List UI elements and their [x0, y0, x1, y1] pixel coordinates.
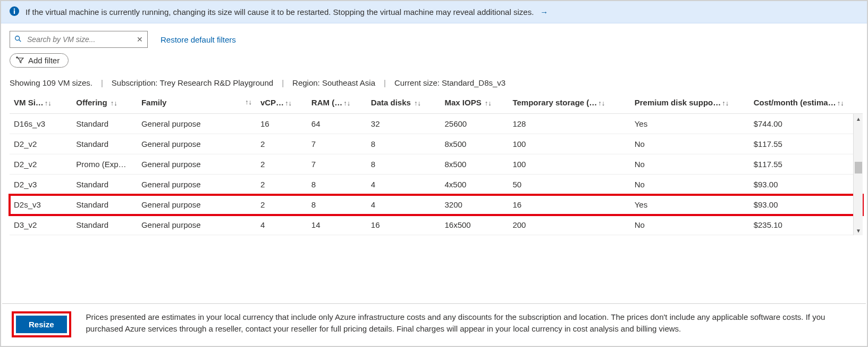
cell-vcpus: 2: [256, 134, 307, 154]
cell-vcpus: 2: [256, 195, 307, 215]
pricing-disclaimer: Prices presented are estimates in your l…: [86, 311, 855, 335]
cell-vm-size: D16s_v3: [10, 114, 72, 134]
vertical-scrollbar[interactable]: ▲ ▼: [853, 114, 863, 235]
cell-family: General purpose: [137, 215, 256, 235]
cell-vcpus: 16: [256, 114, 307, 134]
cell-ram: 7: [307, 154, 367, 175]
cell-temp-storage: 100: [508, 134, 630, 154]
add-filter-button[interactable]: Add filter: [10, 53, 69, 68]
cell-premium: Yes: [630, 195, 749, 215]
col-temp-storage[interactable]: Temporary storage (…↑↓: [508, 93, 630, 114]
search-icon: [14, 35, 22, 44]
cell-premium: No: [630, 215, 749, 235]
cell-vm-size: D3_v2: [10, 215, 72, 235]
col-vm-size[interactable]: VM Si…↑↓: [10, 93, 72, 114]
svg-point-3: [15, 36, 20, 40]
cell-family: General purpose: [137, 134, 256, 154]
cell-ram: 64: [307, 114, 367, 134]
restore-filters-link[interactable]: Restore default filters: [161, 35, 236, 44]
cell-data-disks: 8: [367, 134, 441, 154]
cell-cost: $744.00: [749, 114, 863, 134]
col-family[interactable]: Family↑↓: [137, 93, 256, 114]
cell-max-iops: 8x500: [440, 154, 508, 175]
cell-vcpus: 4: [256, 215, 307, 235]
header-row: VM Si…↑↓ Offering ↑↓ Family↑↓ vCP…↑↓ RAM…: [10, 93, 863, 114]
cell-ram: 8: [307, 175, 367, 195]
cell-data-disks: 16: [367, 215, 441, 235]
cell-cost: $235.10: [749, 215, 863, 235]
cell-ram: 8: [307, 195, 367, 215]
cell-temp-storage: 200: [508, 215, 630, 235]
svg-rect-2: [14, 9, 15, 10]
result-count: Showing 109 VM sizes.: [10, 78, 92, 87]
scroll-down-icon[interactable]: ▼: [854, 226, 863, 235]
cell-offering: Standard: [72, 195, 137, 215]
cell-cost: $117.55: [749, 154, 863, 175]
cell-max-iops: 3200: [440, 195, 508, 215]
cell-temp-storage: 50: [508, 175, 630, 195]
filter-row: Add filter: [1, 50, 867, 71]
table-row[interactable]: D2s_v3StandardGeneral purpose284320016Ye…: [10, 195, 863, 215]
cell-max-iops: 16x500: [440, 215, 508, 235]
col-data-disks[interactable]: Data disks ↑↓: [367, 93, 441, 114]
resize-button[interactable]: Resize: [16, 316, 67, 333]
cell-ram: 14: [307, 215, 367, 235]
resize-highlight: Resize: [12, 311, 71, 337]
table-row[interactable]: D2_v3StandardGeneral purpose2844x50050No…: [10, 175, 863, 195]
cell-premium: No: [630, 154, 749, 175]
toolbar: ✕ Restore default filters: [1, 23, 867, 50]
col-vcpus[interactable]: vCP…↑↓: [256, 93, 307, 114]
info-arrow-link[interactable]: →: [540, 7, 548, 16]
col-premium[interactable]: Premium disk suppo…↑↓: [630, 93, 749, 114]
cell-data-disks: 8: [367, 154, 441, 175]
cell-premium: No: [630, 134, 749, 154]
cell-max-iops: 4x500: [440, 175, 508, 195]
vm-size-page: If the virtual machine is currently runn…: [0, 0, 868, 347]
footer: Resize Prices presented are estimates in…: [2, 303, 866, 345]
cell-vm-size: D2_v3: [10, 175, 72, 195]
col-ram[interactable]: RAM (…↑↓: [307, 93, 367, 114]
current-size-label: Current size: Standard_D8s_v3: [394, 78, 505, 87]
svg-rect-1: [14, 10, 15, 14]
scroll-thumb[interactable]: [855, 162, 862, 174]
cell-family: General purpose: [137, 114, 256, 134]
cell-family: General purpose: [137, 195, 256, 215]
col-offering[interactable]: Offering ↑↓: [72, 93, 137, 114]
region-label: Region: Southeast Asia: [292, 78, 375, 87]
cell-data-disks: 32: [367, 114, 441, 134]
cell-offering: Standard: [72, 215, 137, 235]
subscription-label: Subscription: Trey Research R&D Playgrou…: [112, 78, 273, 87]
cell-offering: Standard: [72, 114, 137, 134]
status-line: Showing 109 VM sizes. | Subscription: Tr…: [1, 71, 867, 90]
cell-vm-size: D2_v2: [10, 154, 72, 175]
scroll-up-icon[interactable]: ▲: [854, 114, 863, 123]
cell-vm-size: D2_v2: [10, 134, 72, 154]
cell-temp-storage: 100: [508, 154, 630, 175]
cell-temp-storage: 128: [508, 114, 630, 134]
table-row[interactable]: D2_v2StandardGeneral purpose2788x500100N…: [10, 134, 863, 154]
col-max-iops[interactable]: Max IOPS ↑↓: [440, 93, 508, 114]
cell-offering: Standard: [72, 134, 137, 154]
search-input[interactable]: [26, 35, 132, 44]
cell-max-iops: 8x500: [440, 134, 508, 154]
cell-premium: Yes: [630, 114, 749, 134]
clear-search-icon[interactable]: ✕: [137, 35, 143, 44]
info-icon: [10, 6, 19, 18]
table-row[interactable]: D16s_v3StandardGeneral purpose1664322560…: [10, 114, 863, 134]
table-row[interactable]: D3_v2StandardGeneral purpose4141616x5002…: [10, 215, 863, 235]
svg-line-4: [19, 39, 21, 42]
cell-offering: Standard: [72, 175, 137, 195]
cell-cost: $93.00: [749, 195, 863, 215]
cell-ram: 7: [307, 134, 367, 154]
cell-vcpus: 2: [256, 175, 307, 195]
info-banner: If the virtual machine is currently runn…: [1, 1, 867, 23]
cell-family: General purpose: [137, 154, 256, 175]
cell-temp-storage: 16: [508, 195, 630, 215]
cell-vcpus: 2: [256, 154, 307, 175]
cell-cost: $93.00: [749, 175, 863, 195]
cell-max-iops: 25600: [440, 114, 508, 134]
table-row[interactable]: D2_v2Promo (Exp…General purpose2788x5001…: [10, 154, 863, 175]
cell-data-disks: 4: [367, 175, 441, 195]
col-cost[interactable]: Cost/month (estima…↑↓: [749, 93, 863, 114]
search-box[interactable]: ✕: [10, 31, 148, 48]
